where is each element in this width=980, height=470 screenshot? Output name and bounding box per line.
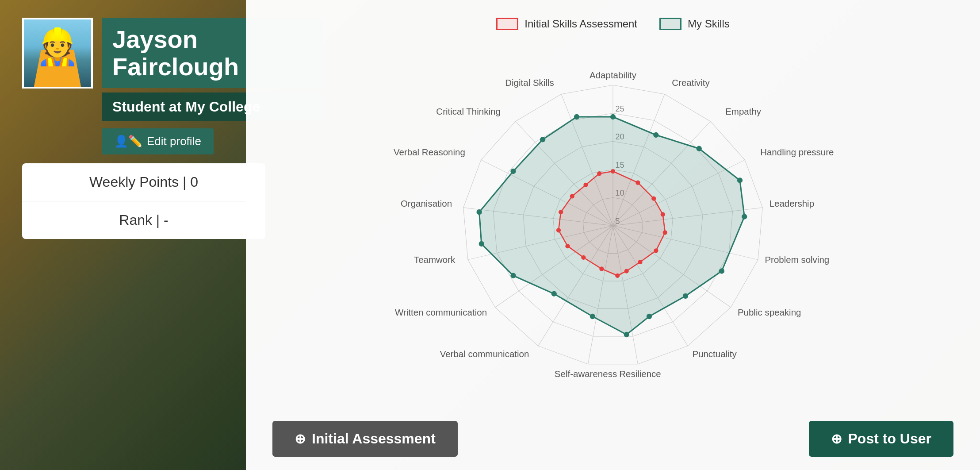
svg-point-46 xyxy=(624,269,629,273)
svg-point-40 xyxy=(635,180,640,185)
svg-point-24 xyxy=(697,146,702,151)
legend-box-initial xyxy=(496,18,518,30)
chart-container: 25 20 15 10 5 xyxy=(272,35,953,416)
edit-icon: 👤✏️ xyxy=(114,135,142,148)
label-critical-thinking: Critical Thinking xyxy=(436,106,500,116)
svg-point-36 xyxy=(510,168,516,173)
svg-point-34 xyxy=(479,241,484,246)
label-verbal-reasoning: Verbal Reasoning xyxy=(394,147,465,157)
chart-legend: Initial Skills Assessment My Skills xyxy=(272,18,953,30)
svg-point-42 xyxy=(661,212,665,216)
svg-point-55 xyxy=(597,171,601,176)
label-public-speaking: Public speaking xyxy=(738,307,801,317)
svg-point-33 xyxy=(510,273,516,278)
svg-point-47 xyxy=(615,273,620,277)
label-leadership: Leadership xyxy=(769,198,814,208)
radar-grid: 25 20 15 10 5 xyxy=(394,69,834,378)
weekly-points-row: Weekly Points | 0 xyxy=(22,163,265,201)
svg-point-30 xyxy=(624,331,629,337)
label-teamwork: Teamwork xyxy=(414,254,456,265)
svg-point-23 xyxy=(653,132,658,137)
svg-point-48 xyxy=(599,266,604,271)
assessment-plus-icon: ⊕ xyxy=(295,431,306,447)
chart-buttons: ⊕ Initial Assessment ⊕ Post to User xyxy=(272,416,953,457)
post-label: Post to User xyxy=(848,431,931,447)
avatar xyxy=(22,18,93,89)
svg-point-31 xyxy=(590,313,595,319)
label-creativity: Creativity xyxy=(672,77,710,88)
label-resilience: Resilience xyxy=(619,369,661,379)
svg-point-51 xyxy=(556,228,561,232)
label-handling-pressure: Handling pressure xyxy=(760,147,834,157)
legend-initial-label: Initial Skills Assessment xyxy=(524,18,637,30)
assessment-label: Initial Assessment xyxy=(312,431,436,447)
label-adaptability: Adaptability xyxy=(590,69,637,80)
svg-point-41 xyxy=(651,196,656,200)
svg-point-52 xyxy=(559,210,563,214)
svg-point-29 xyxy=(647,313,652,319)
label-written-comm: Written communication xyxy=(395,307,487,317)
legend-initial: Initial Skills Assessment xyxy=(496,18,637,30)
edit-profile-button[interactable]: 👤✏️ Edit profile xyxy=(102,128,214,154)
svg-point-43 xyxy=(663,230,667,235)
legend-skills: My Skills xyxy=(659,18,730,30)
svg-point-38 xyxy=(574,114,579,119)
svg-point-49 xyxy=(581,255,586,259)
svg-point-25 xyxy=(737,177,743,183)
svg-point-50 xyxy=(565,244,570,248)
svg-point-53 xyxy=(570,194,574,198)
svg-point-27 xyxy=(719,268,724,274)
svg-point-37 xyxy=(540,137,545,142)
svg-point-54 xyxy=(583,182,588,187)
svg-point-39 xyxy=(611,169,615,173)
avatar-image xyxy=(24,19,91,87)
label-problem-solving: Problem solving xyxy=(765,254,829,265)
svg-point-26 xyxy=(742,214,747,219)
scale-25: 25 xyxy=(615,104,624,113)
initial-assessment-button[interactable]: ⊕ Initial Assessment xyxy=(272,421,458,457)
svg-point-32 xyxy=(551,291,557,296)
legend-box-skills xyxy=(659,18,681,30)
post-to-user-button[interactable]: ⊕ Post to User xyxy=(809,421,953,457)
label-organisation: Organisation xyxy=(401,198,452,208)
radar-chart: 25 20 15 10 5 xyxy=(303,44,923,407)
legend-skills-label: My Skills xyxy=(688,18,730,30)
rank-row: Rank | - xyxy=(22,201,265,239)
label-punctuality: Punctuality xyxy=(692,349,737,359)
svg-point-22 xyxy=(610,114,616,119)
label-verbal-comm: Verbal communication xyxy=(440,349,529,359)
chart-panel: Initial Skills Assessment My Skills xyxy=(246,0,980,470)
svg-point-28 xyxy=(683,293,688,298)
svg-point-45 xyxy=(638,259,642,264)
post-plus-icon: ⊕ xyxy=(831,431,842,447)
label-empathy: Empathy xyxy=(725,106,762,116)
label-self-awareness: Self-awareness xyxy=(555,369,617,379)
svg-point-35 xyxy=(476,209,482,215)
stats-box: Weekly Points | 0 Rank | - xyxy=(22,163,265,239)
label-digital-skills: Digital Skills xyxy=(505,77,554,88)
svg-point-44 xyxy=(654,248,658,253)
